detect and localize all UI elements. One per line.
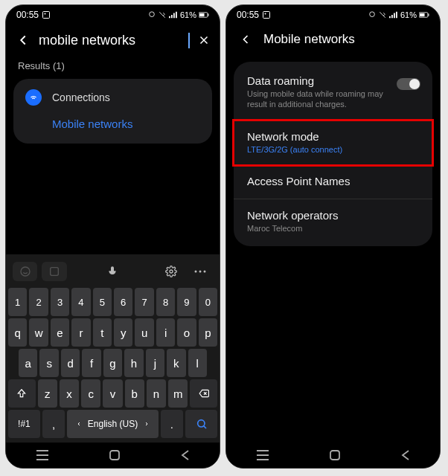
clear-icon[interactable] [197,33,211,47]
key-o[interactable]: o [177,318,196,347]
key-search[interactable] [185,410,217,438]
result-category-row[interactable]: Connections [25,89,200,106]
svg-rect-0 [43,12,50,19]
key-n[interactable]: n [147,379,166,408]
status-time: 00:55 [16,10,39,20]
emoji-icon[interactable] [13,262,37,281]
mic-icon[interactable] [100,262,125,281]
toggle-data-roaming[interactable] [397,78,420,90]
vibrate-icon [158,11,167,19]
keyboard-row-z: z x c v b n m [8,379,217,408]
alarm-icon [368,11,376,19]
nav-recents-icon[interactable] [36,450,49,460]
back-icon[interactable] [15,32,31,48]
status-battery: 61% [400,10,417,19]
key-6[interactable]: 6 [114,288,132,316]
key-9[interactable]: 9 [177,288,196,316]
key-i[interactable]: i [156,318,175,347]
more-icon[interactable] [188,262,213,281]
status-bar: 00:55 61% [226,5,440,25]
gif-icon[interactable] [71,262,96,281]
key-y[interactable]: y [114,318,132,347]
nav-back-icon[interactable] [181,449,190,461]
nav-bar [6,443,220,468]
setting-title: Access Point Names [247,175,419,187]
signal-icon [389,11,398,19]
key-8[interactable]: 8 [156,288,175,316]
page-title: Mobile networks [263,32,355,47]
phone-right-settings: 00:55 61% Mobile networks Data roaming U… [225,4,441,469]
key-w[interactable]: w [29,318,48,347]
key-comma[interactable]: , [42,410,65,438]
setting-access-point-names[interactable]: Access Point Names [234,165,432,199]
status-time: 00:55 [237,10,259,20]
key-shift[interactable] [8,379,36,408]
key-7[interactable]: 7 [135,288,153,316]
key-f[interactable]: f [82,349,100,377]
key-b[interactable]: b [125,379,144,408]
nav-back-icon[interactable] [401,449,410,461]
setting-title: Network mode [247,130,419,143]
setting-subtitle: Using mobile data while roaming may resu… [247,89,396,110]
key-2[interactable]: 2 [29,288,48,316]
key-g[interactable]: g [103,349,122,377]
key-h[interactable]: h [124,349,143,377]
nav-home-icon[interactable] [329,449,341,461]
key-1[interactable]: 1 [8,288,27,316]
key-q[interactable]: q [8,318,27,347]
wifi-icon [25,89,42,106]
sticker-icon[interactable] [42,262,66,281]
key-x[interactable]: x [60,379,79,408]
key-a[interactable]: a [19,349,37,377]
key-e[interactable]: e [51,318,69,347]
key-p[interactable]: p [199,318,217,347]
nav-home-icon[interactable] [109,449,121,461]
key-u[interactable]: u [135,318,153,347]
svg-rect-12 [110,451,119,460]
svg-rect-3 [199,13,204,16]
svg-point-11 [197,420,204,427]
svg-point-14 [265,13,266,15]
svg-point-10 [204,271,206,273]
keyboard-row-bottom: !#1 , English (US) . [8,410,217,438]
key-d[interactable]: d [61,349,80,377]
key-r[interactable]: r [71,318,90,347]
nav-recents-icon[interactable] [256,450,269,460]
status-bar: 00:55 61% [6,5,220,25]
key-c[interactable]: c [81,379,100,408]
key-m[interactable]: m [168,379,188,408]
key-j[interactable]: j [146,349,164,377]
setting-data-roaming[interactable]: Data roaming Using mobile data while roa… [234,65,432,120]
key-space[interactable]: English (US) [67,410,158,438]
setting-subtitle: Maroc Telecom [247,223,419,234]
result-item-mobile-networks[interactable]: Mobile networks [25,106,200,133]
key-period[interactable]: . [161,410,184,438]
setting-title: Data roaming [247,74,419,87]
key-k[interactable]: k [167,349,185,377]
search-input[interactable]: mobile networks [39,33,190,48]
settings-gear-icon[interactable] [159,262,183,281]
svg-rect-17 [428,13,429,16]
key-z[interactable]: z [38,379,57,408]
key-t[interactable]: t [93,318,112,347]
svg-rect-13 [263,12,270,19]
keyboard-row-a: a s d f g h j k l [8,349,217,377]
setting-network-operators[interactable]: Network operators Maroc Telecom [234,199,432,243]
setting-network-mode[interactable]: Network mode LTE/3G/2G (auto connect) [234,120,432,165]
alarm-icon [148,11,156,19]
key-symbols[interactable]: !#1 [8,410,40,438]
keyboard-row-numbers: 1 2 3 4 5 6 7 8 9 0 [8,288,217,316]
key-v[interactable]: v [103,379,122,408]
key-4[interactable]: 4 [71,288,90,316]
key-l[interactable]: l [188,349,207,377]
key-5[interactable]: 5 [93,288,112,316]
key-0[interactable]: 0 [199,288,217,316]
keyboard: 1 2 3 4 5 6 7 8 9 0 q w e r t y u i o [6,254,220,443]
svg-rect-16 [420,13,424,16]
back-icon[interactable] [238,32,253,47]
key-backspace[interactable] [190,379,217,408]
key-s[interactable]: s [39,349,58,377]
spacer [129,262,154,281]
key-3[interactable]: 3 [51,288,69,316]
phone-left-search: 00:55 61% mobile networks Results (1) [5,4,220,469]
